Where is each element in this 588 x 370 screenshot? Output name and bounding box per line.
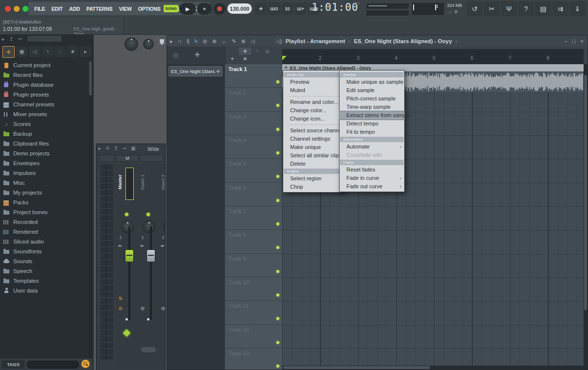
browser-item-sounds[interactable]: Sounds — [3, 256, 87, 266]
track-header-track-11[interactable]: Track 11 — [225, 301, 282, 324]
clip-source-item[interactable]: ES_One Night (Stars.. ✛ — [169, 66, 222, 76]
window-zoom-button[interactable] — [23, 6, 28, 12]
menu-file[interactable]: FILE — [34, 6, 45, 12]
playhead-flag[interactable] — [282, 56, 287, 60]
browser-item-clipboard-files[interactable]: Clipboard files — [3, 139, 87, 148]
menu-item-make-unique[interactable]: Make unique — [283, 143, 343, 151]
tab-plugins-icon[interactable]: ◁ — [29, 46, 40, 57]
main-volume-knob[interactable] — [124, 37, 138, 51]
mixer-col-cell[interactable] — [99, 155, 114, 162]
undo-icon[interactable]: ↺ — [466, 1, 483, 16]
track-mute-dot[interactable] — [276, 222, 279, 225]
performance-tool-icon[interactable]: Ϟ — [195, 38, 198, 44]
browser-item-rendered[interactable]: Rendered — [3, 227, 87, 237]
browser-item-current-project[interactable]: Current project — [3, 60, 87, 70]
track-mute-dot[interactable] — [276, 294, 279, 296]
mixer-up-icon[interactable]: ↥ — [114, 146, 118, 151]
stretch-tool-icon[interactable]: ↔ — [221, 38, 227, 44]
tab-recent-icon[interactable]: ◔ — [42, 46, 53, 57]
fader-leftright-icon[interactable]: ◂▸ — [140, 243, 144, 248]
menu-item-select-all-similar-clips[interactable]: Select all similar clips — [283, 151, 343, 160]
track-header-track-6[interactable]: Track 6 — [225, 183, 282, 206]
tab-audio-clips[interactable]: ✛ — [239, 48, 251, 55]
mixer-fader-handle[interactable] — [147, 249, 155, 262]
menu-item-time-warp-sample[interactable]: Time-warp sample — [340, 103, 404, 111]
mixer-mute-dot[interactable] — [125, 213, 128, 216]
browser-item-packs[interactable]: Packs — [3, 197, 87, 207]
mic-icon[interactable]: Ψ — [501, 1, 517, 16]
browser-undo-icon[interactable]: ↩ — [18, 36, 22, 42]
mixer-plugin-slot[interactable] — [141, 347, 156, 352]
search-icon[interactable] — [81, 360, 90, 368]
fader-leftright-icon[interactable]: ◂▸ — [118, 243, 122, 248]
loop-record-icon[interactable]: Ш+ — [294, 2, 307, 15]
mixer-route-diamond[interactable] — [123, 329, 131, 337]
main-pitch-knob[interactable] — [143, 39, 154, 49]
picker-panel-header[interactable]: ▤ ✛ — [167, 47, 225, 64]
metronome-icon[interactable]: ШО — [268, 2, 280, 15]
loop-strip[interactable] — [367, 10, 409, 16]
pl-menu-arrow-icon[interactable]: ▸ — [170, 38, 173, 45]
track-mute-dot[interactable] — [276, 317, 279, 320]
browser-item-project-bones[interactable]: Project bones — [3, 207, 87, 217]
draw-tool-icon[interactable]: ✎ — [232, 38, 236, 45]
browser-item-recorded[interactable]: Recorded — [3, 217, 87, 227]
mute-tool-icon[interactable]: ⊘ — [202, 38, 207, 45]
zoom-tool-icon[interactable]: ⊕ — [241, 38, 245, 45]
menu-item-change-icon[interactable]: Change icon... — [283, 115, 343, 123]
minimize-icon[interactable]: − — [564, 38, 567, 44]
song-position-strip[interactable] — [367, 3, 409, 9]
browser-item-soundfonts[interactable]: Soundfonts — [3, 247, 87, 256]
track-mute-dot[interactable] — [276, 199, 279, 202]
track-mute-dot[interactable] — [276, 341, 279, 344]
mixer-move-icon[interactable]: ✛ — [105, 146, 109, 151]
mixer-pan-knob[interactable] — [143, 221, 155, 233]
mixer-view-icon[interactable]: ▦ — [131, 146, 135, 151]
grid-icon[interactable]: ▦ — [265, 49, 270, 54]
fader-updown-icon[interactable]: ⇕ — [161, 235, 165, 240]
menu-view[interactable]: VIEW — [119, 6, 132, 12]
menu-item-change-color[interactable]: Change color... — [283, 106, 343, 115]
mixer-fader-handle-master[interactable] — [125, 249, 134, 262]
track-header-track-1[interactable]: Track 1 — [225, 64, 282, 88]
tab-more-icon[interactable]: ▸ — [80, 46, 91, 57]
browser-snapshot-selector[interactable] — [27, 36, 62, 42]
playlist-titlebar[interactable]: ▸∩§Ϟ⊘⊗↔✎⊕◁ ◁) Playlist - Arrangement › E… — [167, 36, 588, 47]
song-mode-switch[interactable]: SONG — [164, 5, 178, 12]
track-mute-dot[interactable] — [276, 175, 279, 178]
menu-item-detect-tempo[interactable]: Detect tempo — [340, 120, 404, 128]
mixer-col-cell[interactable] — [140, 155, 163, 162]
help-icon[interactable]: ? — [518, 1, 534, 16]
timeline-ruler[interactable]: 2345678 — [282, 49, 584, 65]
circle-button-icon[interactable]: ◎ — [161, 306, 165, 311]
render-icon[interactable]: ⇓ — [569, 1, 586, 16]
mixer-mute-dot[interactable] — [147, 213, 150, 216]
menu-options[interactable]: OPTIONS — [138, 6, 161, 12]
track-mute-dot[interactable] — [276, 246, 279, 249]
tempo-display[interactable]: 130.000 — [227, 3, 252, 14]
playback-marker-icon[interactable]: ◁ — [250, 38, 254, 45]
track-header-track-13[interactable]: Track 13 — [225, 348, 282, 370]
track-header-track-8[interactable]: Track 8 — [225, 230, 282, 253]
browser-item-channel-presets[interactable]: Channel presets — [3, 99, 87, 109]
menu-item-preview[interactable]: Preview — [283, 78, 343, 86]
mixer-wide-label[interactable]: Wide — [147, 146, 159, 152]
track-header-track-4[interactable]: Track 4 — [225, 135, 282, 159]
browser-item-speech[interactable]: Speech — [3, 266, 87, 276]
typing-piano-icon[interactable]: ▤ — [535, 1, 551, 16]
track-mute-dot[interactable] — [276, 365, 279, 368]
fader-updown-icon[interactable]: ⇕ — [119, 235, 122, 240]
stereo-separation-icon[interactable]: ⇅ — [119, 296, 122, 301]
circle-button-icon[interactable]: ◎ — [141, 306, 145, 311]
browser-item-recent-files[interactable]: Recent files — [3, 70, 87, 80]
track-header-track-12[interactable]: Track 12 — [225, 325, 282, 348]
track-mute-dot[interactable] — [276, 270, 279, 273]
browser-up-icon[interactable]: ↥ — [9, 36, 13, 42]
slip-tool-icon[interactable]: § — [186, 38, 189, 44]
track-mute-dot[interactable] — [276, 151, 279, 154]
picker-grid-icon[interactable]: ▤ — [173, 51, 178, 58]
track-header-track-9[interactable]: Track 9 — [225, 254, 282, 277]
track-header-track-10[interactable]: Track 10 — [225, 277, 282, 301]
breadcrumb-clip[interactable]: ES_One Night (Stars Aligned) - Ooyy — [354, 38, 452, 44]
track-mute-dot[interactable] — [276, 128, 279, 131]
